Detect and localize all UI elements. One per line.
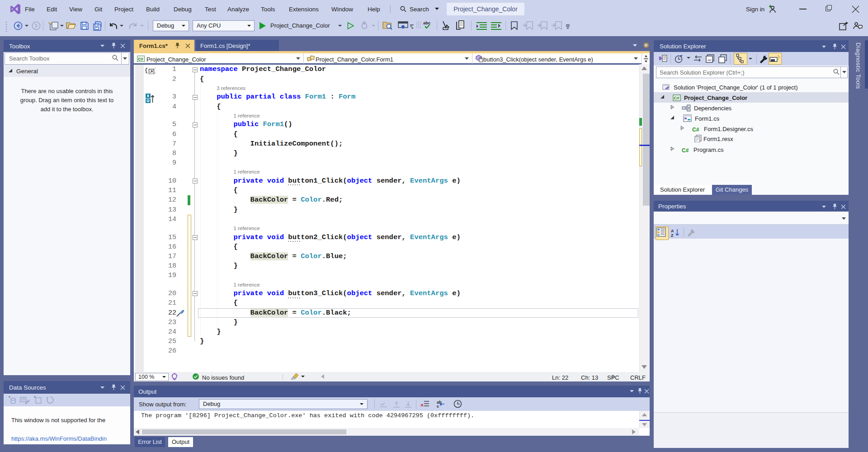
svg-text:abc: abc: [423, 20, 430, 25]
svg-text:Z: Z: [671, 233, 674, 237]
svg-text:C#: C#: [138, 57, 143, 61]
svg-text:c: c: [437, 404, 439, 409]
svg-text:C#: C#: [674, 95, 680, 100]
svg-text:A: A: [671, 229, 674, 233]
